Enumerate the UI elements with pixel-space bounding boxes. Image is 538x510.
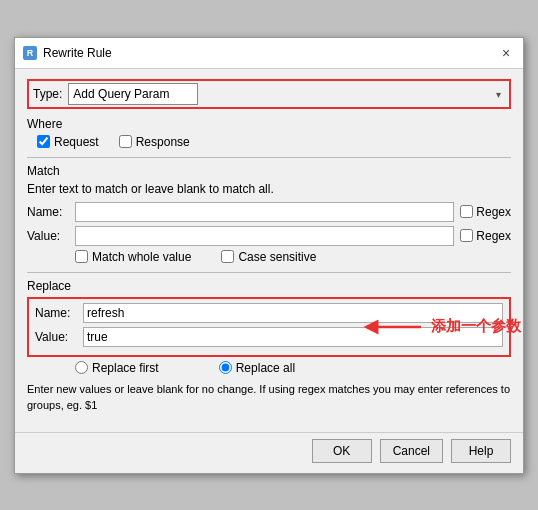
- type-select-wrapper: Add Query ParamModify Query ParamRemove …: [68, 83, 505, 105]
- ok-button[interactable]: OK: [312, 439, 372, 463]
- replace-first-label: Replace first: [92, 361, 159, 375]
- replace-section: Replace Name: Value:: [27, 279, 511, 414]
- case-sensitive-checkbox[interactable]: [221, 250, 234, 263]
- type-label: Type:: [33, 87, 62, 101]
- replace-value-input[interactable]: [83, 327, 503, 347]
- replace-name-row: Name:: [35, 303, 503, 323]
- where-title: Where: [27, 117, 511, 131]
- match-value-row: Value: Regex: [27, 226, 511, 246]
- match-title: Match: [27, 164, 511, 178]
- replace-first-radio[interactable]: [75, 361, 88, 374]
- match-name-input[interactable]: [75, 202, 454, 222]
- dialog-title: Rewrite Rule: [43, 46, 112, 60]
- response-label: Response: [136, 135, 190, 149]
- dialog-body: Type: Add Query ParamModify Query ParamR…: [15, 69, 523, 432]
- replace-name-label: Name:: [35, 306, 83, 320]
- where-checkbox-row: Request Response: [37, 135, 511, 149]
- response-checkbox[interactable]: [119, 135, 132, 148]
- rewrite-rule-dialog: R Rewrite Rule × Type: Add Query ParamMo…: [14, 37, 524, 474]
- request-label: Request: [54, 135, 99, 149]
- match-name-regex-label: Regex: [460, 205, 511, 219]
- replace-name-input[interactable]: [83, 303, 503, 323]
- match-whole-value-item: Match whole value: [75, 250, 191, 264]
- dropdown-arrow-icon: ▾: [496, 88, 501, 99]
- help-button[interactable]: Help: [451, 439, 511, 463]
- case-sensitive-label: Case sensitive: [238, 250, 316, 264]
- match-whole-value-checkbox[interactable]: [75, 250, 88, 263]
- match-whole-value-label: Match whole value: [92, 250, 191, 264]
- match-section: Match Enter text to match or leave blank…: [27, 164, 511, 264]
- replace-highlight-wrapper: Name: Value:: [27, 297, 511, 357]
- replace-description: Enter new values or leave blank for no c…: [27, 381, 511, 414]
- request-checkbox[interactable]: [37, 135, 50, 148]
- replace-radio-row: Replace first Replace all: [75, 361, 511, 375]
- type-row: Type: Add Query ParamModify Query ParamR…: [27, 79, 511, 109]
- dialog-icon: R: [23, 46, 37, 60]
- replace-value-row: Value:: [35, 327, 503, 347]
- button-row: OK Cancel Help: [15, 432, 523, 473]
- replace-all-label: Replace all: [236, 361, 295, 375]
- cancel-button[interactable]: Cancel: [380, 439, 443, 463]
- match-value-regex-label: Regex: [460, 229, 511, 243]
- match-name-regex-checkbox[interactable]: [460, 205, 473, 218]
- where-section: Where Request Response: [27, 117, 511, 149]
- close-button[interactable]: ×: [497, 44, 515, 62]
- match-value-input[interactable]: [75, 226, 454, 246]
- request-checkbox-item: Request: [37, 135, 99, 149]
- replace-all-item: Replace all: [219, 361, 295, 375]
- replace-first-item: Replace first: [75, 361, 159, 375]
- replace-highlight: Name: Value:: [27, 297, 511, 357]
- title-bar-left: R Rewrite Rule: [23, 46, 112, 60]
- replace-title: Replace: [27, 279, 511, 293]
- replace-all-radio[interactable]: [219, 361, 232, 374]
- match-value-regex-checkbox[interactable]: [460, 229, 473, 242]
- case-sensitive-item: Case sensitive: [221, 250, 316, 264]
- match-name-row: Name: Regex: [27, 202, 511, 222]
- match-description: Enter text to match or leave blank to ma…: [27, 182, 511, 196]
- type-select[interactable]: Add Query ParamModify Query ParamRemove …: [68, 83, 198, 105]
- title-bar: R Rewrite Rule ×: [15, 38, 523, 69]
- match-name-label: Name:: [27, 205, 75, 219]
- match-options-row: Match whole value Case sensitive: [75, 250, 511, 264]
- response-checkbox-item: Response: [119, 135, 190, 149]
- replace-value-label: Value:: [35, 330, 83, 344]
- match-value-label: Value:: [27, 229, 75, 243]
